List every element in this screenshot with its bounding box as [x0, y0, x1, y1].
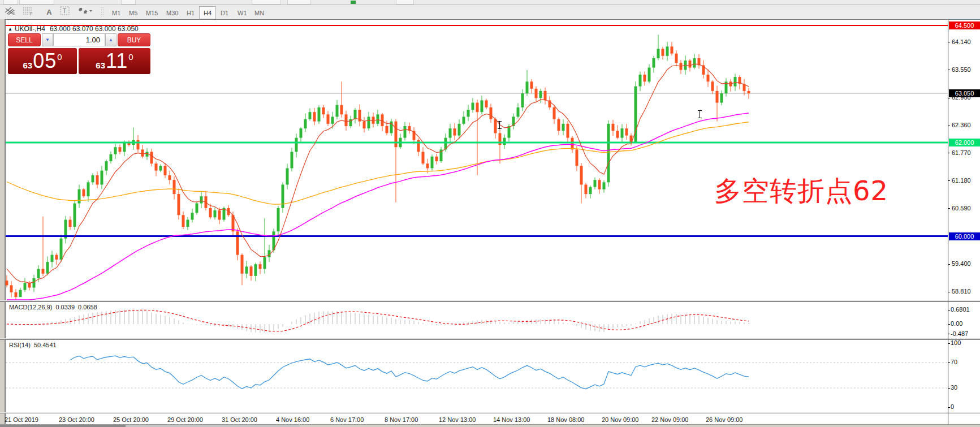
slow-ma-orange [7, 122, 749, 204]
time-axis-label: 31 Oct 20:00 [222, 416, 257, 423]
price-tick [948, 208, 950, 209]
macd-tick [948, 310, 950, 310]
symbol-name: UKOil-,H4 [15, 25, 45, 33]
rsi-value: 50.4541 [34, 342, 57, 348]
volume-decrease-button[interactable]: ▼ [42, 33, 53, 46]
macd-value-2: 0.0658 [78, 304, 97, 310]
price-axis-border [948, 20, 948, 424]
ask-big-digits: 11 [106, 49, 128, 73]
price-tick [948, 180, 950, 181]
bid-pip: 0 [57, 52, 62, 62]
price-tick [948, 98, 950, 98]
mid-ma-magenta [7, 113, 749, 300]
chart-annotation-text: 多空转折点62 [714, 173, 888, 209]
panel-separator[interactable] [0, 338, 980, 340]
volume-input[interactable] [53, 33, 105, 46]
price-tick [948, 126, 950, 126]
bid-prefix: 63 [23, 61, 32, 70]
price-badge-60.000: 60.000 [949, 232, 980, 240]
symbol-ohlc-line: ▲UKOil-,H463.000 63.070 63.000 63.050 [8, 25, 139, 33]
macd-tick [948, 324, 950, 325]
macd-axis-label: -0.487 [951, 330, 968, 337]
time-axis-label: 8 Nov 17:00 [385, 416, 418, 423]
price-badge-64.500: 64.500 [949, 21, 980, 29]
crosshair-cursor [697, 110, 702, 118]
rsi-axis-label: 0 [951, 403, 954, 410]
one-click-trading-panel: SELL ▼ ▲ BUY 63050 63110 [8, 33, 150, 46]
hscrollbar-thumb[interactable] [0, 425, 126, 427]
price-badge-62.000: 62.000 [949, 139, 980, 146]
volume-increase-button[interactable]: ▲ [105, 33, 116, 46]
time-axis-label: 12 Nov 13:00 [439, 416, 476, 423]
time-axis-label: 21 Oct 2019 [5, 416, 38, 423]
time-axis-label: 25 Oct 20:00 [113, 416, 149, 423]
rsi-line [70, 356, 749, 389]
price-tick [948, 42, 950, 42]
rsi-tick [948, 388, 950, 389]
sell-button[interactable]: SELL [8, 33, 41, 46]
rsi-axis-label: 70 [951, 359, 957, 365]
time-axis-label: 29 Oct 20:00 [167, 416, 203, 423]
panel-separator [0, 412, 980, 413]
rsi-tick [948, 362, 950, 363]
macd-label: MACD(12,26,9)0.03390.0658 [9, 304, 101, 310]
time-axis-label: 22 Nov 09:00 [651, 416, 688, 423]
rsi-tick [948, 343, 950, 344]
price-axis-label: 59.400 [952, 260, 971, 267]
crosshair-cursor [497, 121, 502, 129]
macd-value-1: 0.0339 [55, 304, 75, 310]
price-axis-label: 62.360 [952, 122, 971, 128]
ask-prefix: 63 [96, 61, 105, 70]
rsi-name: RSI(14) [9, 342, 31, 348]
macd-tick [948, 334, 950, 334]
macd-axis-label: 0.00 [951, 320, 962, 327]
macd-axis-label: 0.6801 [951, 306, 970, 313]
panel-separator[interactable] [0, 300, 980, 302]
bottom-window-edge [0, 424, 980, 427]
fast-ma-red [7, 64, 749, 283]
price-tick [948, 153, 950, 153]
time-axis-label: 20 Nov 09:00 [602, 416, 638, 423]
buy-button[interactable]: BUY [118, 33, 150, 46]
macd-name: MACD(12,26,9) [9, 304, 52, 310]
ohlc-values: 63.000 63.070 63.000 63.050 [50, 25, 139, 33]
price-axis-label: 58.810 [952, 288, 971, 295]
price-axis-label: 63.550 [952, 66, 971, 73]
ask-price-tile[interactable]: 63110 [79, 48, 150, 74]
price-axis-label: 60.590 [952, 205, 971, 212]
bid-price-tile[interactable]: 63050 [8, 48, 77, 74]
rsi-tick [948, 407, 950, 408]
macd-histogram [7, 309, 749, 333]
price-tick [948, 292, 950, 292]
price-axis-label: 64.140 [952, 38, 971, 45]
rsi-axis-label: 30 [951, 384, 957, 391]
candles [6, 35, 750, 300]
price-axis-label: 61.770 [952, 149, 971, 156]
rsi-axis-label: 100 [951, 339, 961, 346]
time-axis-label: 18 Nov 08:00 [547, 416, 584, 423]
ask-pip: 0 [128, 52, 133, 62]
price-badge-63.050: 63.050 [949, 89, 980, 97]
time-axis-label: 26 Nov 09:00 [706, 416, 742, 423]
time-axis-label: 4 Nov 16:00 [276, 416, 309, 423]
price-tick [948, 70, 950, 70]
price-axis-label: 61.180 [952, 177, 971, 184]
trading-terminal: E F A T M1M5M15M30H1H4D1W1MN [0, 0, 980, 427]
hscrollbar-track [126, 425, 300, 427]
price-tick [948, 264, 950, 265]
bid-big-digits: 05 [33, 49, 57, 73]
time-axis-label: 14 Nov 13:00 [493, 416, 530, 423]
collapse-arrow-icon[interactable]: ▲ [8, 27, 12, 32]
time-axis-label: 23 Oct 20:00 [59, 416, 94, 423]
time-axis-label: 6 Nov 17:00 [330, 416, 364, 423]
rsi-label: RSI(14)50.4541 [9, 342, 60, 348]
